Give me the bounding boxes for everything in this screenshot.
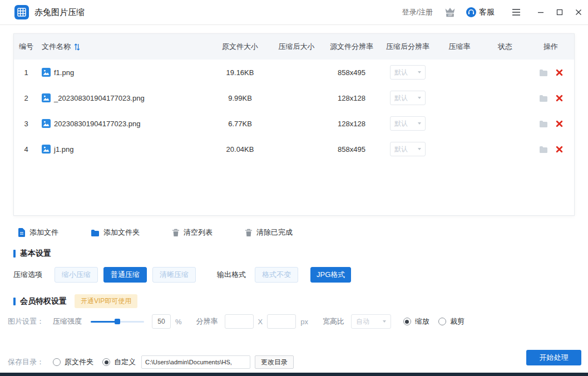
crop-radio-option[interactable]: 裁剪 [438, 316, 465, 326]
orig-size: 20.04KB [211, 145, 269, 154]
filename-header-label: 文件名称 [42, 42, 71, 52]
image-settings-label: 图片设置： [8, 316, 44, 326]
login-register-link[interactable]: 登录/注册 [402, 7, 433, 17]
crop-radio[interactable] [438, 318, 446, 325]
resolution-height-input[interactable] [267, 314, 296, 329]
aspect-ratio-select[interactable]: 自动 [351, 314, 391, 329]
add-folder-icon [91, 229, 100, 236]
sort-filename-icon[interactable] [74, 43, 80, 51]
col-header-out-resolution: 压缩后分辨率 [379, 42, 436, 52]
titlebar: 赤兔图片压缩 登录/注册 VIP 客服 [0, 0, 588, 25]
minimize-button[interactable] [531, 0, 550, 25]
crop-radio-label: 裁剪 [450, 316, 465, 326]
add-folder-label: 添加文件夹 [103, 227, 140, 238]
chevron-down-icon [418, 148, 421, 150]
delete-file-icon[interactable] [556, 146, 563, 153]
file-name-cell: 202308301904177023.png [38, 119, 211, 128]
basic-settings-title: 基本设置 [13, 249, 51, 259]
custom-folder-label: 自定义 [114, 357, 136, 367]
resolution-select[interactable]: 默认 [390, 65, 426, 80]
orig-size: 19.16KB [211, 68, 269, 77]
clear-list-label: 清空列表 [184, 227, 213, 238]
compress-option-clear[interactable]: 清晰压缩 [152, 267, 196, 283]
app-window: 赤兔图片压缩 登录/注册 VIP 客服 [0, 0, 588, 376]
resolution-select-value: 默认 [394, 93, 408, 103]
maximize-button[interactable] [550, 0, 569, 25]
image-settings-row: 图片设置： 压缩强度 % 分辨率 X px 宽高比 自动 缩放 裁剪 [8, 314, 465, 329]
slider-handle[interactable] [115, 319, 120, 324]
titlebar-right: 登录/注册 VIP 客服 [402, 0, 588, 24]
resolution-select[interactable]: 默认 [390, 142, 426, 156]
original-folder-radio-option[interactable]: 原文件夹 [53, 357, 93, 367]
output-format-label: 输出格式 [217, 270, 246, 280]
resolution-unit: px [300, 318, 308, 326]
file-name-cell: j1.png [38, 145, 211, 154]
output-option-jpg[interactable]: JPG格式 [310, 267, 351, 283]
resolution-separator: X [258, 318, 263, 326]
delete-file-icon[interactable] [556, 120, 563, 127]
scale-radio-option[interactable]: 缩放 [403, 316, 429, 326]
service-label: 客服 [479, 7, 495, 17]
add-folder-button[interactable]: 添加文件夹 [91, 227, 140, 238]
file-name: 202308301904177023.png [54, 120, 140, 128]
clear-list-icon [172, 229, 180, 237]
clear-completed-button[interactable]: 清除已完成 [245, 227, 293, 238]
custom-folder-radio-option[interactable]: 自定义 [102, 357, 136, 367]
background-window-strip [0, 373, 588, 376]
delete-file-icon[interactable] [556, 95, 563, 102]
delete-file-icon[interactable] [556, 69, 563, 76]
open-folder-icon[interactable] [539, 95, 548, 102]
scale-radio[interactable] [403, 318, 411, 325]
table-row: 4 j1.png 20.04KB 858x495 默认 [14, 136, 574, 162]
customer-service-button[interactable]: 客服 [466, 7, 495, 17]
save-path-input[interactable] [141, 355, 250, 369]
resolution-width-input[interactable] [225, 314, 254, 329]
headset-icon [466, 7, 476, 17]
add-file-button[interactable]: 添加文件 [18, 227, 58, 238]
resolution-select[interactable]: 默认 [390, 116, 426, 131]
compression-strength-slider[interactable] [91, 318, 144, 325]
open-folder-icon[interactable] [539, 120, 548, 127]
add-file-label: 添加文件 [29, 227, 58, 238]
add-file-icon [18, 228, 26, 237]
menu-button[interactable] [507, 0, 526, 25]
file-name: _202308301904177023.png [54, 94, 145, 102]
compression-options-row: 压缩选项 缩小压缩 普通压缩 清晰压缩 输出格式 格式不变 JPG格式 [13, 267, 357, 283]
actions-cell [527, 69, 574, 76]
resolution-select-value: 默认 [394, 145, 408, 154]
list-toolbar: 添加文件 添加文件夹 清空列表 清除已完成 [18, 227, 325, 238]
open-folder-icon[interactable] [539, 146, 548, 153]
src-resolution: 128x128 [324, 120, 379, 128]
custom-folder-radio[interactable] [102, 358, 110, 366]
open-folder-icon[interactable] [539, 69, 548, 76]
resolution-select[interactable]: 默认 [390, 91, 426, 105]
original-folder-radio[interactable] [53, 358, 61, 366]
vip-crown-icon[interactable]: VIP [443, 6, 457, 18]
actions-cell [527, 120, 574, 127]
table-row: 1 f1.png 19.16KB 858x495 默认 [14, 60, 574, 85]
vip-settings-title-label: 会员特权设置 [20, 296, 67, 306]
image-file-icon [42, 119, 51, 128]
table-row: 2 _202308301904177023.png 9.99KB 128x128… [14, 85, 574, 111]
compress-option-normal[interactable]: 普通压缩 [103, 267, 147, 283]
resolution-label: 分辨率 [196, 316, 218, 326]
compress-option-shrink[interactable]: 缩小压缩 [55, 267, 98, 283]
close-button[interactable] [569, 0, 588, 25]
vip-required-badge: 开通VIP即可使用 [75, 294, 137, 308]
clear-list-button[interactable]: 清空列表 [172, 227, 213, 238]
col-header-orig-size: 原文件大小 [211, 42, 269, 52]
col-header-filename[interactable]: 文件名称 [38, 42, 211, 52]
orig-size: 6.77KB [211, 120, 269, 128]
src-resolution: 128x128 [324, 94, 379, 102]
strength-value-input[interactable] [152, 314, 171, 329]
output-option-unchanged[interactable]: 格式不变 [255, 267, 298, 283]
change-directory-button[interactable]: 更改目录 [255, 355, 294, 369]
row-index: 3 [14, 120, 38, 128]
aspect-ratio-label: 宽高比 [323, 316, 344, 326]
aspect-ratio-value: 自动 [356, 317, 369, 326]
vip-settings-title: 会员特权设置 开通VIP即可使用 [13, 294, 137, 308]
start-processing-button[interactable]: 开始处理 [526, 350, 581, 365]
table-row: 3 202308301904177023.png 6.77KB 128x128 … [14, 111, 574, 136]
save-directory-label: 保存目录： [8, 357, 44, 367]
row-index: 2 [14, 94, 38, 102]
